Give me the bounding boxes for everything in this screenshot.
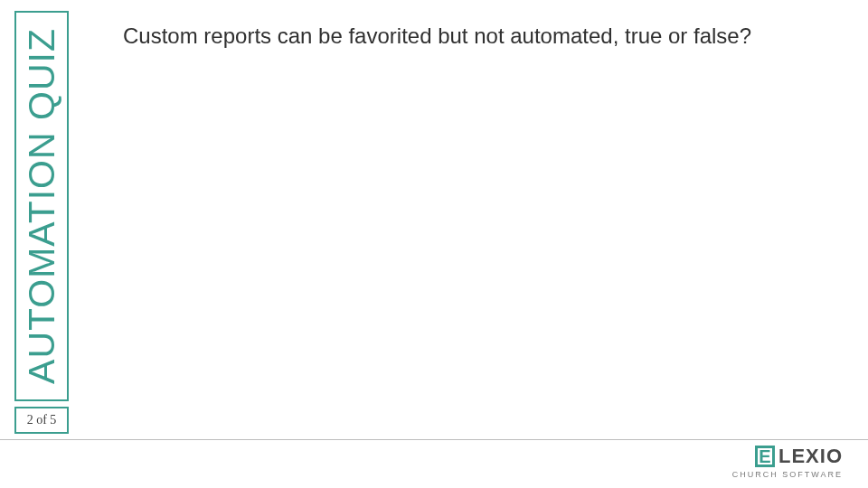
slide: AUTOMATION QUIZ 2 of 5 Custom reports ca… [0, 0, 868, 488]
brand-logo-main: E LEXIO [732, 445, 843, 468]
footer-divider [0, 439, 868, 440]
question-text: Custom reports can be favorited but not … [123, 22, 832, 50]
sidebar-title-box: AUTOMATION QUIZ [14, 11, 69, 401]
sidebar-title: AUTOMATION QUIZ [21, 28, 63, 384]
page-indicator: 2 of 5 [14, 407, 69, 434]
brand-logo-mark: E [755, 446, 775, 467]
brand-logo: E LEXIO CHURCH SOFTWARE [732, 445, 843, 479]
brand-logo-sub: CHURCH SOFTWARE [732, 470, 843, 479]
brand-logo-name: LEXIO [778, 445, 843, 468]
